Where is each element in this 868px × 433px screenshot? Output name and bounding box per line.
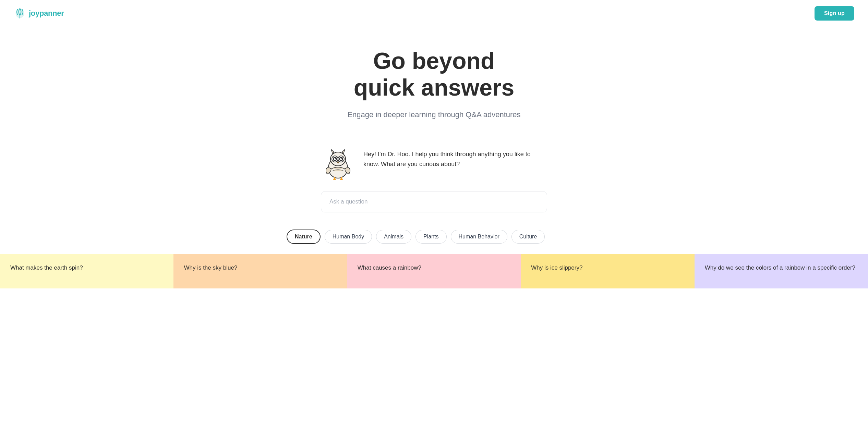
hero-section: Go beyond quick answers Engage in deeper… [0, 27, 868, 147]
filter-tab-plants[interactable]: Plants [415, 230, 446, 244]
cards-row: What makes the earth spin?Why is the sky… [0, 254, 868, 288]
chat-area: Hey! I'm Dr. Hoo. I help you think throu… [314, 147, 554, 181]
logo-text: joypanner [29, 9, 64, 18]
signup-button[interactable]: Sign up [815, 6, 854, 21]
logo[interactable]: joypanner [14, 7, 64, 20]
search-wrapper [314, 191, 554, 212]
mascot-speech: Hey! I'm Dr. Hoo. I help you think throu… [363, 147, 547, 169]
header: joypanner Sign up [0, 0, 868, 27]
filter-tab-animals[interactable]: Animals [376, 230, 411, 244]
filter-tab-culture[interactable]: Culture [511, 230, 545, 244]
question-card-card5[interactable]: Why do we see the colors of a rainbow in… [695, 254, 868, 288]
question-card-card2[interactable]: Why is the sky blue? [173, 254, 347, 288]
owl-mascot-icon [321, 147, 355, 181]
filter-tab-human-behavior[interactable]: Human Behavior [451, 230, 507, 244]
question-card-card1[interactable]: What makes the earth spin? [0, 254, 173, 288]
filter-tab-nature[interactable]: Nature [287, 230, 321, 244]
filter-tab-human-body[interactable]: Human Body [325, 230, 372, 244]
svg-point-6 [335, 158, 336, 159]
hero-title: Go beyond quick answers [7, 47, 861, 101]
filter-tabs: NatureHuman BodyAnimalsPlantsHuman Behav… [280, 230, 588, 254]
hero-subtitle: Engage in deeper learning through Q&A ad… [7, 110, 861, 119]
logo-icon [14, 7, 26, 20]
search-input[interactable] [321, 191, 547, 212]
svg-point-10 [341, 158, 342, 159]
question-card-card4[interactable]: Why is ice slippery? [521, 254, 694, 288]
question-card-card3[interactable]: What causes a rainbow? [347, 254, 521, 288]
